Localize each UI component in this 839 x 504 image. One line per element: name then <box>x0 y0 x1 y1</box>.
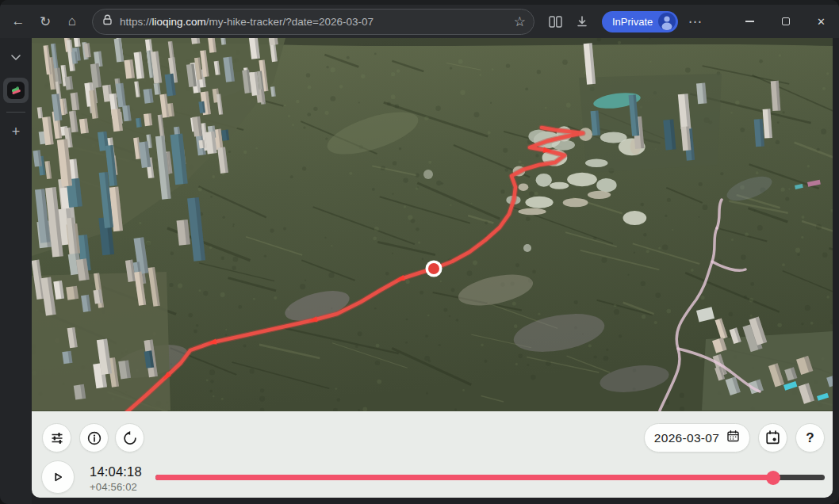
inprivate-badge[interactable]: InPrivate <box>602 11 678 32</box>
profile-avatar-icon <box>658 13 676 30</box>
collapse-tabs-chevron-icon[interactable] <box>5 46 27 68</box>
favorite-star-icon[interactable]: ☆ <box>514 13 526 30</box>
calendar-today-button[interactable] <box>758 423 787 452</box>
date-value: 2026-03-07 <box>654 431 719 445</box>
current-time: 14:04:18 <box>90 464 142 479</box>
browser-window: ← ↻ ⌂ https://lioqing.com/my-hike-tracke… <box>0 0 839 504</box>
hike-map-3d[interactable] <box>32 38 833 411</box>
page-content: 2026-03-07 ? 14:04:18 +04:56:02 <box>32 38 833 498</box>
url-domain: lioqing.com <box>152 16 206 28</box>
url-text: https://lioqing.com/my-hike-tracker/?dat… <box>120 16 374 28</box>
close-button[interactable]: ✕ <box>803 6 839 37</box>
help-button[interactable]: ? <box>795 423 825 452</box>
tabstrip-divider <box>6 112 25 113</box>
play-button[interactable] <box>41 460 75 494</box>
help-label: ? <box>806 430 814 446</box>
vertical-tab-strip: + <box>0 38 32 504</box>
minimize-button[interactable] <box>732 6 768 37</box>
date-field-calendar-icon[interactable] <box>726 430 740 446</box>
date-input[interactable]: 2026-03-07 <box>644 423 750 452</box>
reload-icon[interactable]: ↻ <box>32 8 59 35</box>
elapsed-time: +04:56:02 <box>90 481 137 493</box>
maximize-button[interactable] <box>768 6 803 37</box>
info-button[interactable] <box>79 423 109 452</box>
downloads-icon[interactable] <box>569 8 596 35</box>
timeline-slider-fill <box>155 475 773 480</box>
browser-toolbar: ← ↻ ⌂ https://lioqing.com/my-hike-tracke… <box>0 0 839 38</box>
new-tab-button[interactable]: + <box>5 120 27 143</box>
settings-menu-icon[interactable]: ⋯ <box>681 8 708 35</box>
layers-settings-button[interactable] <box>42 423 71 452</box>
back-icon[interactable]: ← <box>5 8 32 35</box>
window-controls: ✕ <box>732 2 839 40</box>
split-screen-icon[interactable] <box>542 8 569 35</box>
lock-icon <box>102 14 113 29</box>
tab-hike-tracker[interactable] <box>3 78 29 103</box>
inprivate-label: InPrivate <box>612 16 653 28</box>
address-bar[interactable]: https://lioqing.com/my-hike-tracker/?dat… <box>92 9 534 35</box>
timeline-slider-thumb[interactable] <box>766 471 780 485</box>
timeline-slider[interactable] <box>155 475 825 480</box>
playback-control-panel: 2026-03-07 ? 14:04:18 +04:56:02 <box>32 411 833 498</box>
url-path: /my-hike-tracker/?date=2026-03-07 <box>206 16 374 28</box>
reset-view-button[interactable] <box>115 423 144 452</box>
home-icon[interactable]: ⌂ <box>59 8 86 35</box>
url-scheme: https:// <box>120 16 152 28</box>
hike-tracker-favicon-icon <box>7 82 25 99</box>
